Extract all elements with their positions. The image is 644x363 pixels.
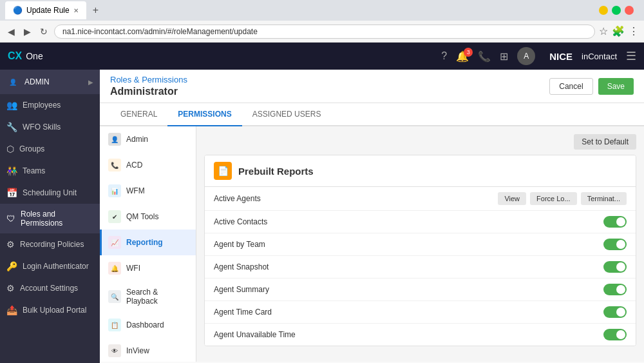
tab-favicon: 🔵 [13,6,23,15]
notification-badge: 3 [464,48,473,57]
permission-row-agent-unavailable: Agent Unavailable Time [205,324,636,346]
toggle-agent-snapshot[interactable] [603,261,627,273]
admin-icon: 👤 [6,75,19,88]
left-nav-wfm-label: WFM [126,186,145,195]
help-icon[interactable]: ? [441,50,447,62]
refresh-button[interactable]: ↻ [37,25,50,38]
apps-icon[interactable]: ⊞ [500,50,508,63]
tab-assigned-users[interactable]: ASSIGNED USERS [242,103,332,126]
sidebar-label-groups: Groups [19,144,44,153]
toggle-agent-summary[interactable] [603,284,627,295]
user-avatar[interactable]: A [517,47,535,65]
perm-actions-agent-summary [603,284,627,295]
forward-button[interactable]: ▶ [21,25,33,38]
perm-actions-active-contacts [603,216,627,228]
sidebar-item-wfo-skills[interactable]: 🔧 WFO Skills [0,116,100,138]
sidebar-item-groups[interactable]: ⬡ Groups [0,138,100,160]
browser-tab[interactable]: 🔵 Update Rule ✕ [5,1,86,19]
save-button[interactable]: Save [598,78,634,95]
left-nav-reporting-icon: 📈 [108,236,121,249]
sidebar-item-recording[interactable]: ⚙ Recording Policies [0,233,100,255]
sidebar-item-admin[interactable]: 👤 ADMIN ▶ [0,70,100,94]
left-nav-acd[interactable]: 📞 ACD [100,152,196,178]
tab-close-icon[interactable]: ✕ [73,7,79,14]
sidebar-label-bulk: Bulk Upload Portal [23,306,86,315]
expand-arrow-icon: ▶ [88,79,93,86]
right-panel: Set to Default 📄 Prebuilt Reports Active… [196,126,644,362]
phone-icon[interactable]: 📞 [478,50,491,63]
sidebar-item-login[interactable]: 🔑 Login Authenticator [0,255,100,277]
view-button-active-agents[interactable]: View [498,192,526,205]
sidebar-label-scheduling: Scheduling Unit [23,188,77,197]
toggle-active-contacts[interactable] [603,216,627,228]
left-nav-wfm-icon: 📊 [108,184,121,197]
wfo-skills-icon: 🔧 [6,122,17,132]
left-nav-inview-icon: 👁 [108,344,121,357]
one-logo: One [26,51,43,61]
left-nav-admin[interactable]: 👤 Admin [100,126,196,152]
browser-tab-bar: 🔵 Update Rule ✕ + [0,0,644,21]
sidebar-label-employees: Employees [23,101,61,110]
left-nav-reporting[interactable]: 📈 Reporting [100,230,196,255]
left-nav-inview[interactable]: 👁 InView [100,338,196,362]
extension-icon[interactable]: 🧩 [612,25,625,37]
sidebar-label-teams: Teams [23,166,45,175]
maximize-button[interactable] [612,6,621,15]
panel-card: 📄 Prebuilt Reports Active Agents View Fo… [204,155,636,346]
tab-permissions[interactable]: PERMISSIONS [167,103,242,126]
left-nav-dashboard-label: Dashboard [126,320,164,329]
account-icon: ⚙ [6,283,15,293]
left-nav-qm[interactable]: ✔ QM Tools [100,204,196,230]
sidebar-label-roles: Roles and Permissions [21,210,93,228]
header-menu-icon[interactable]: ☰ [626,49,636,63]
perm-actions-agent-timecard [603,306,627,318]
force-logout-button[interactable]: Force Lo... [530,192,577,205]
perm-label-agent-unavailable: Agent Unavailable Time [214,330,603,339]
left-nav-search-icon: 🔍 [108,290,121,303]
app-header: CX One ? 🔔 3 📞 ⊞ A NICE inContact ☰ [0,43,644,70]
sidebar-item-teams[interactable]: 👫 Teams [0,160,100,182]
left-nav-admin-icon: 👤 [108,133,121,146]
toggle-knob-4 [616,285,625,294]
inner-content: 👤 Admin 📞 ACD 📊 WFM ✔ QM Tools 📈 R [100,126,644,362]
breadcrumb[interactable]: Roles & Permissions [110,75,187,84]
toggle-agent-team[interactable] [603,239,627,250]
address-input[interactable] [54,25,595,39]
sidebar-item-employees[interactable]: 👥 Employees [0,94,100,116]
left-nav-dashboard[interactable]: 📋 Dashboard [100,312,196,338]
recording-icon: ⚙ [6,239,15,250]
minimize-button[interactable] [599,6,608,15]
set-default-button[interactable]: Set to Default [574,134,636,150]
sidebar-label-wfo: WFO Skills [23,123,61,132]
perm-label-agent-summary: Agent Summary [214,285,603,294]
star-icon[interactable]: ☆ [599,25,608,37]
toggle-knob-3 [616,262,625,271]
notification-icon[interactable]: 🔔 3 [456,50,469,63]
toggle-agent-unavailable[interactable] [603,329,627,340]
cx-logo: CX [8,50,22,62]
sidebar-item-account[interactable]: ⚙ Account Settings [0,277,100,299]
left-nav-wfi[interactable]: 🔔 WFI [100,255,196,281]
groups-icon: ⬡ [6,144,14,154]
toggle-agent-timecard[interactable] [603,306,627,318]
perm-label-active-contacts: Active Contacts [214,217,603,226]
terminate-button[interactable]: Terminat... [581,192,627,205]
close-button[interactable] [625,6,634,15]
left-nav-search[interactable]: 🔍 Search & Playback [100,281,196,312]
left-nav-wfi-label: WFI [126,264,140,273]
left-nav-acd-icon: 📞 [108,159,121,172]
nice-logo: NICE [549,51,573,62]
sidebar-item-bulk[interactable]: 📤 Bulk Upload Portal [0,299,100,321]
page-header: Roles & Permissions Administrator Cancel… [100,70,644,103]
settings-icon[interactable]: ⋮ [629,25,639,37]
tab-general[interactable]: GENERAL [110,103,167,126]
sidebar-item-scheduling[interactable]: 📅 Scheduling Unit [0,182,100,204]
new-tab-button[interactable]: + [93,5,99,16]
sidebar-item-roles[interactable]: 🛡 Roles and Permissions [0,204,100,233]
left-nav-wfm[interactable]: 📊 WFM [100,178,196,204]
permission-row-agent-timecard: Agent Time Card [205,301,636,324]
left-nav-qm-icon: ✔ [108,210,121,223]
panel-card-icon: 📄 [214,162,232,180]
cancel-button[interactable]: Cancel [549,78,592,95]
back-button[interactable]: ◀ [5,25,17,38]
